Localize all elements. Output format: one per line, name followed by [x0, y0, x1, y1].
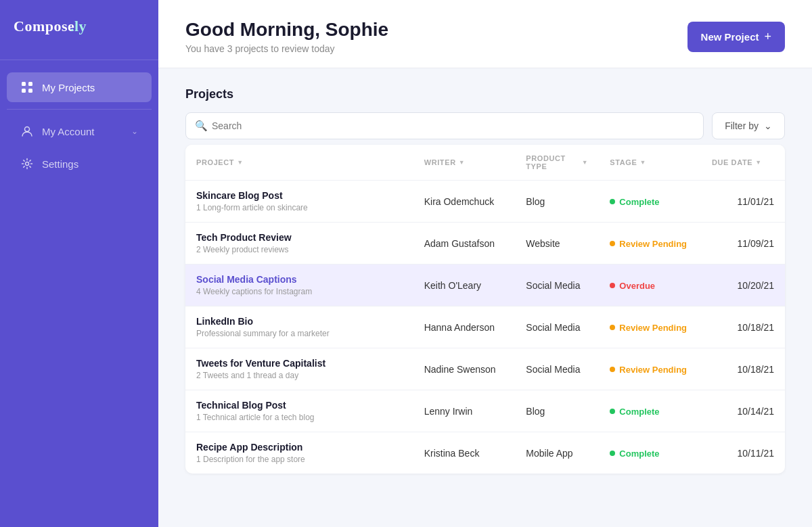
table-row[interactable]: Recipe App Description 1 Description for… [185, 432, 785, 474]
sidebar-item-my-projects[interactable]: My Projects [7, 72, 152, 102]
status-dot [610, 409, 615, 414]
status-badge: Review Pending [610, 323, 687, 333]
cell-project: LinkedIn Bio Professional summary for a … [185, 306, 413, 348]
status-text: Overdue [619, 281, 655, 291]
project-sub-text: 4 Weekly captions for Instagram [196, 287, 403, 296]
sidebar-divider [7, 109, 152, 110]
cell-due-date: 10/18/21 [701, 348, 785, 390]
cell-stage: Review Pending [599, 223, 701, 265]
cell-writer: Nadine Swenson [413, 348, 516, 390]
search-icon: 🔍 [195, 120, 208, 132]
search-container: 🔍 [185, 112, 704, 139]
status-text: Review Pending [619, 323, 687, 333]
cell-project: Tech Product Review 2 Weekly product rev… [185, 223, 413, 265]
status-dot [610, 451, 615, 456]
cell-stage: Complete [599, 181, 701, 223]
table-body: Skincare Blog Post 1 Long-form article o… [185, 181, 785, 474]
cell-product-type: Blog [515, 181, 599, 223]
column-header-project: PROJECT ▼ [185, 145, 413, 181]
filter-button[interactable]: Filter by ⌄ [712, 112, 785, 139]
table-row[interactable]: LinkedIn Bio Professional summary for a … [185, 306, 785, 348]
cell-stage: Review Pending [599, 348, 701, 390]
sort-due-date[interactable]: DUE DATE ▼ [712, 158, 762, 166]
gear-icon [20, 157, 34, 170]
project-name-text: Technical Blog Post [196, 400, 403, 411]
table-header-row: PROJECT ▼ WRITER ▼ PRODUCT TYPE ▼ [185, 145, 785, 181]
search-input[interactable] [185, 112, 704, 139]
status-badge: Complete [610, 197, 659, 207]
project-sub-text: 2 Weekly product reviews [196, 245, 403, 254]
table-row[interactable]: Skincare Blog Post 1 Long-form article o… [185, 181, 785, 223]
logo: Compose .ly [0, 0, 158, 60]
sort-writer[interactable]: WRITER ▼ [424, 158, 466, 166]
project-name-text: Tweets for Venture Capitalist [196, 358, 403, 369]
cell-due-date: 10/11/21 [701, 432, 785, 474]
sidebar-item-my-account[interactable]: My Account ⌄ [7, 116, 152, 146]
cell-due-date: 10/20/21 [701, 265, 785, 306]
cell-product-type: Blog [515, 390, 599, 432]
svg-rect-3 [28, 82, 32, 86]
project-name-text: Skincare Blog Post [196, 190, 403, 201]
cell-writer: Kira Odemchuck [413, 181, 516, 223]
cell-due-date: 10/18/21 [701, 306, 785, 348]
table-header: PROJECT ▼ WRITER ▼ PRODUCT TYPE ▼ [185, 145, 785, 181]
sidebar-item-settings-label: Settings [42, 158, 138, 170]
project-name-text: Tech Product Review [196, 232, 403, 243]
cell-due-date: 11/09/21 [701, 223, 785, 265]
table-row[interactable]: Tweets for Venture Capitalist 2 Tweets a… [185, 348, 785, 390]
table-row[interactable]: Social Media Captions 4 Weekly captions … [185, 265, 785, 306]
cell-stage: Review Pending [599, 306, 701, 348]
cell-writer: Adam Gustafson [413, 223, 516, 265]
sort-product-type[interactable]: PRODUCT TYPE ▼ [526, 154, 588, 170]
sidebar: Compose .ly My Projects [0, 0, 158, 527]
svg-point-7 [26, 162, 29, 166]
svg-rect-2 [22, 82, 26, 86]
column-header-stage: STAGE ▼ [599, 145, 701, 181]
projects-table: PROJECT ▼ WRITER ▼ PRODUCT TYPE ▼ [185, 145, 785, 474]
status-text: Complete [619, 407, 659, 417]
toolbar: 🔍 Filter by ⌄ [185, 112, 785, 139]
status-text: Review Pending [619, 239, 687, 249]
cell-writer: Kristina Beck [413, 432, 516, 474]
header: Good Morning, Sophie You have 3 projects… [158, 0, 812, 68]
cell-project: Skincare Blog Post 1 Long-form article o… [185, 181, 413, 223]
cell-stage: Complete [599, 390, 701, 432]
filter-chevron-icon: ⌄ [764, 120, 772, 131]
chevron-down-icon: ⌄ [131, 127, 138, 136]
column-header-writer: WRITER ▼ [413, 145, 516, 181]
projects-heading: Projects [185, 87, 785, 101]
svg-text:Compose: Compose [14, 18, 74, 35]
project-sub-text: Professional summary for a marketer [196, 329, 403, 338]
grid-icon [20, 81, 34, 94]
cell-product-type: Social Media [515, 265, 599, 306]
sort-project[interactable]: PROJECT ▼ [196, 158, 244, 166]
cell-product-type: Website [515, 223, 599, 265]
status-badge: Review Pending [610, 239, 687, 249]
sort-due-date-arrow: ▼ [755, 159, 762, 166]
logo-text: Compose .ly [14, 23, 102, 40]
cell-product-type: Social Media [515, 348, 599, 390]
project-name-text: Recipe App Description [196, 442, 403, 453]
sort-stage[interactable]: STAGE ▼ [610, 158, 646, 166]
column-header-due-date: DUE DATE ▼ [701, 145, 785, 181]
sidebar-nav: My Projects My Account ⌄ Settings [0, 60, 158, 191]
svg-rect-4 [22, 89, 26, 93]
table-row[interactable]: Tech Product Review 2 Weekly product rev… [185, 223, 785, 265]
new-project-button[interactable]: New Project + [687, 22, 785, 52]
status-badge: Overdue [610, 281, 655, 291]
project-name-text: Social Media Captions [196, 274, 403, 285]
status-dot [610, 283, 615, 288]
sidebar-item-settings[interactable]: Settings [7, 149, 152, 179]
project-sub-text: 2 Tweets and 1 thread a day [196, 371, 403, 380]
table-row[interactable]: Technical Blog Post 1 Technical article … [185, 390, 785, 432]
cell-project: Tweets for Venture Capitalist 2 Tweets a… [185, 348, 413, 390]
status-text: Complete [619, 449, 659, 459]
cell-product-type: Mobile App [515, 432, 599, 474]
status-badge: Complete [610, 407, 659, 417]
status-dot [610, 367, 615, 372]
cell-product-type: Social Media [515, 306, 599, 348]
cell-stage: Overdue [599, 265, 701, 306]
cell-writer: Lenny Irwin [413, 390, 516, 432]
status-text: Review Pending [619, 365, 687, 375]
column-header-product-type: PRODUCT TYPE ▼ [515, 145, 599, 181]
